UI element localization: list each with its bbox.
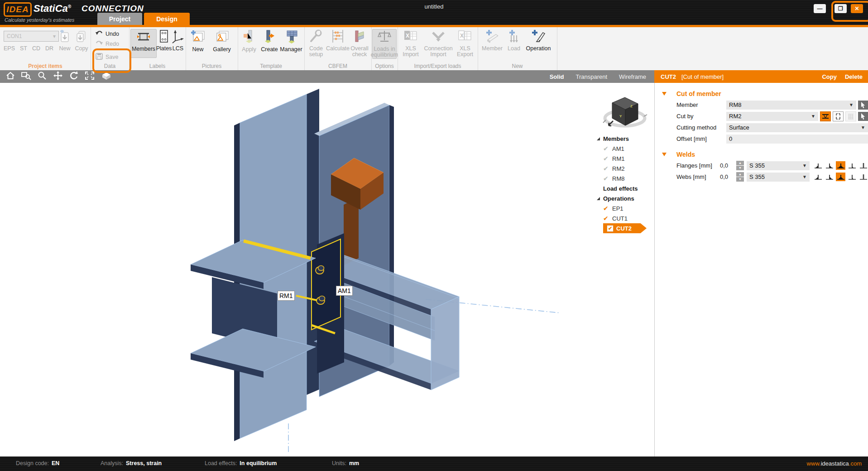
type-cd[interactable]: CD xyxy=(32,45,40,52)
copy-operation-button[interactable]: Copy xyxy=(822,73,837,80)
pan-icon[interactable] xyxy=(53,71,63,82)
section-cut-of-member[interactable]: Cut of member xyxy=(662,90,868,97)
tab-design[interactable]: Design xyxy=(144,13,190,25)
checkbox-checked-icon[interactable]: ✔ xyxy=(607,225,614,232)
zoom-fit-icon[interactable] xyxy=(84,71,95,82)
member-pick-button[interactable] xyxy=(858,101,868,110)
flanges-size-value[interactable]: 0,0 xyxy=(720,162,734,169)
webs-size-stepper[interactable]: ▲▼ xyxy=(736,172,744,182)
section-welds[interactable]: Welds xyxy=(662,151,868,158)
flanges-material-select[interactable]: S 355▼ xyxy=(747,161,810,170)
calculate-button[interactable]: Calculate xyxy=(326,29,350,52)
3d-viewport[interactable]: RM1 AM1 Y Z Members ✔AM1 ✔RM1 ✔RM2 ✔RM8 … xyxy=(0,83,655,457)
plates-toggle-button[interactable]: Plates xyxy=(157,29,171,57)
gallery-button[interactable]: Gallery xyxy=(209,29,235,53)
new-picture-button[interactable]: New xyxy=(188,29,207,53)
member-label-rm1[interactable]: RM1 xyxy=(278,291,295,301)
step-up-icon[interactable]: ▲ xyxy=(736,161,744,165)
mode-wireframe[interactable]: Wireframe xyxy=(619,73,646,80)
cutby-pick-button[interactable] xyxy=(858,112,868,121)
copy-item-button[interactable]: Copy xyxy=(73,30,90,52)
weld-type-partial[interactable] xyxy=(847,161,857,170)
website-link[interactable]: www.ideastatica.com xyxy=(807,460,862,467)
weld-type-both-fillet-selected[interactable] xyxy=(836,161,845,170)
step-down-icon[interactable]: ▼ xyxy=(736,166,744,170)
cutby-mesh-mode-button[interactable] xyxy=(845,111,856,121)
tree-item-am1[interactable]: ✔AM1 xyxy=(597,144,652,154)
member-label-am1[interactable]: AM1 xyxy=(336,286,353,296)
flanges-size-stepper[interactable]: ▲▼ xyxy=(736,161,744,170)
title-bar: IDEA StatiCa® CONNECTION Calculate yeste… xyxy=(0,0,868,25)
step-up-icon[interactable]: ▲ xyxy=(736,172,744,177)
type-eps[interactable]: EPS xyxy=(4,45,15,52)
section-collapse-icon[interactable] xyxy=(662,92,667,96)
cutby-select[interactable]: RM2▼ xyxy=(726,112,818,121)
tree-item-rm8[interactable]: ✔RM8 xyxy=(597,173,652,183)
xls-import-button[interactable]: X XLS Import xyxy=(399,29,422,58)
collapse-icon[interactable] xyxy=(597,197,600,200)
weld-type-right-fillet[interactable] xyxy=(825,161,834,170)
undo-button[interactable]: Undo xyxy=(95,29,119,38)
minimize-button[interactable]: — xyxy=(814,4,826,13)
redo-button[interactable]: Redo xyxy=(95,39,119,48)
xls-export-button[interactable]: X XLS Export xyxy=(454,29,476,58)
weld-type-butt[interactable] xyxy=(858,161,868,170)
rotate-icon[interactable] xyxy=(69,71,79,82)
template-manager-button[interactable]: Manager xyxy=(279,29,303,53)
weld-type-right-fillet[interactable] xyxy=(825,173,834,181)
tree-item-cut2-selected[interactable]: ✔CUT2 xyxy=(597,223,652,233)
webs-material-select[interactable]: S 355▼ xyxy=(747,173,810,182)
mode-solid[interactable]: Solid xyxy=(550,73,564,80)
mode-transparent[interactable]: Transparent xyxy=(575,73,607,80)
check-icon[interactable]: ✔ xyxy=(603,215,612,222)
tree-load-effects-header[interactable]: Load effects xyxy=(597,183,652,193)
connection-import-button[interactable]: Connection Import xyxy=(423,29,454,58)
tree-members-header[interactable]: Members xyxy=(597,134,652,144)
tree-item-cut1[interactable]: ✔CUT1 xyxy=(597,213,652,223)
type-dr[interactable]: DR xyxy=(45,45,53,52)
weld-type-partial[interactable] xyxy=(847,173,857,181)
tree-item-rm2[interactable]: ✔RM2 xyxy=(597,163,652,173)
step-down-icon[interactable]: ▼ xyxy=(736,177,744,182)
home-view-icon[interactable] xyxy=(5,71,15,82)
navigation-cube[interactable]: Y Z xyxy=(602,91,647,133)
new-load-button[interactable]: Load xyxy=(505,29,523,52)
zoom-icon[interactable] xyxy=(37,71,47,82)
zoom-window-icon[interactable] xyxy=(21,71,32,82)
cutting-method-select[interactable]: Surface▼ xyxy=(726,123,868,132)
member-select[interactable]: RM8▼ xyxy=(726,101,856,110)
collapse-icon[interactable] xyxy=(597,137,600,140)
check-icon[interactable]: ✔ xyxy=(603,205,612,212)
delete-operation-button[interactable]: Delete xyxy=(845,73,863,80)
tree-item-ep1[interactable]: ✔EP1 xyxy=(597,203,652,213)
connection-select[interactable]: CON1▾ xyxy=(4,31,59,42)
weld-type-left-fillet[interactable] xyxy=(813,173,823,181)
tree-operations-header[interactable]: Operations xyxy=(597,193,652,203)
check-icon[interactable]: ✔ xyxy=(603,175,612,182)
code-setup-button[interactable]: Code setup xyxy=(306,29,326,58)
new-item-button[interactable]: New xyxy=(57,30,72,52)
tab-project[interactable]: Project xyxy=(97,13,142,25)
members-toggle-button[interactable]: Members xyxy=(130,29,157,58)
cutby-member-mode-button[interactable] xyxy=(820,111,831,121)
tree-item-rm1[interactable]: ✔RM1 xyxy=(597,154,652,163)
webs-size-value[interactable]: 0,0 xyxy=(720,173,734,180)
offset-input[interactable]: 0 xyxy=(726,135,868,144)
check-icon[interactable]: ✔ xyxy=(603,145,612,152)
new-operation-button[interactable]: Operation xyxy=(524,29,553,52)
tree-item-label: CUT1 xyxy=(612,215,628,222)
create-template-button[interactable]: Create xyxy=(259,29,279,53)
section-collapse-icon[interactable] xyxy=(662,153,667,156)
type-st[interactable]: ST xyxy=(20,45,27,52)
weld-type-butt[interactable] xyxy=(858,173,868,181)
apply-template-button[interactable]: Apply xyxy=(240,29,259,53)
weld-type-left-fillet[interactable] xyxy=(813,161,823,170)
cutby-plate-mode-button[interactable] xyxy=(833,111,844,121)
weld-type-both-fillet-selected[interactable] xyxy=(836,173,845,181)
new-member-button[interactable]: Member xyxy=(480,29,504,52)
check-icon[interactable]: ✔ xyxy=(603,165,612,172)
check-icon[interactable]: ✔ xyxy=(603,155,612,162)
overall-check-button[interactable]: Overall check xyxy=(350,29,369,58)
loads-in-equilibrium-toggle[interactable]: Loads in equilibrium xyxy=(372,29,397,59)
lcs-toggle-button[interactable]: LCS xyxy=(171,29,185,57)
